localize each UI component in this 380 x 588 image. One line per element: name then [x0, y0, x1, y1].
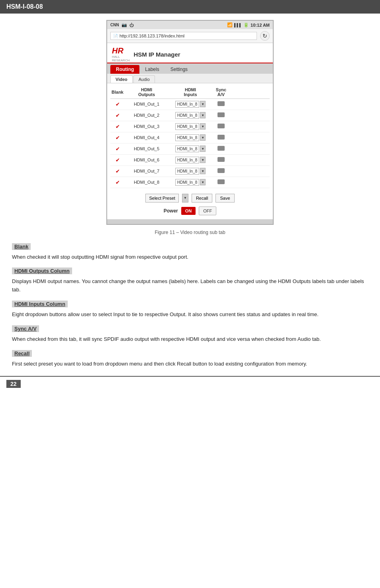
- subtab-video[interactable]: Video: [110, 75, 133, 83]
- signal-bars-icon: ▌▌▌: [234, 23, 242, 27]
- output-name-7: HDMI_Out_7: [125, 169, 168, 173]
- app-logo: HR HALL RESEARCH HSM IP Manager: [112, 46, 180, 63]
- dropdown-arrow-5[interactable]: ▼: [200, 146, 206, 152]
- tab-settings[interactable]: Settings: [165, 65, 193, 74]
- section-hdmi-inputs-text: Eight dropdown buttons allow user to sel…: [12, 311, 368, 319]
- reload-icon: ↻: [262, 33, 267, 39]
- dropdown-arrow-4[interactable]: ▼: [200, 134, 206, 141]
- dropdown-arrow-1[interactable]: ▼: [200, 101, 206, 107]
- table-row: ✔ HDMI_Out_2 HDMI_In_8 ▼: [110, 110, 270, 121]
- input-name-5: HDMI_In_8: [175, 146, 200, 152]
- input-name-2: HDMI_In_8: [175, 112, 200, 119]
- select-preset-button[interactable]: Select Preset: [145, 194, 178, 203]
- input-select-7[interactable]: HDMI_In_8 ▼: [168, 168, 212, 175]
- table-row: ✔ HDMI_Out_7 HDMI_In_8 ▼: [110, 166, 270, 177]
- table-row: ✔ HDMI_Out_3 HDMI_In_8 ▼: [110, 121, 270, 132]
- dropdown-arrow-6[interactable]: ▼: [200, 157, 206, 163]
- section-hdmi-outputs: HDMI Outputs Column Displays HDMI output…: [0, 267, 380, 294]
- table-row: ✔ HDMI_Out_8 HDMI_In_8 ▼: [110, 177, 270, 188]
- blank-checkbox-5[interactable]: ✔: [110, 146, 125, 152]
- power-label: Power: [164, 208, 178, 214]
- figure-caption: Figure 11 – Video routing sub tab: [0, 230, 380, 235]
- url-text: http://192.168.123.178/index.html: [119, 33, 184, 38]
- table-row: ✔ HDMI_Out_6 HDMI_In_8 ▼: [110, 155, 270, 166]
- output-name-8: HDMI_Out_8: [125, 180, 168, 185]
- preset-bar: Select Preset ▼ Recall Save: [107, 191, 273, 204]
- sync-btn-6[interactable]: [212, 157, 230, 163]
- col-hdmi-outputs: HDMIOutputs: [125, 87, 168, 97]
- logo-line2: RESEARCH: [112, 59, 129, 63]
- section-sync-av: Sync A/V When checked from this tab, it …: [0, 325, 380, 344]
- dropdown-arrow-8[interactable]: ▼: [200, 179, 206, 185]
- input-select-6[interactable]: HDMI_In_8 ▼: [168, 157, 212, 163]
- app-title: HSM IP Manager: [133, 51, 180, 58]
- input-select-3[interactable]: HDMI_In_8 ▼: [168, 123, 212, 130]
- input-name-6: HDMI_In_8: [175, 157, 200, 163]
- sync-icon-3: [217, 124, 225, 128]
- page-header: HSM-I-08-08: [0, 0, 380, 14]
- section-blank: Blank When checked it will stop outputti…: [0, 243, 380, 262]
- blank-checkbox-6[interactable]: ✔: [110, 157, 125, 163]
- section-blank-text: When checked it will stop outputting HDM…: [12, 253, 368, 262]
- output-name-6: HDMI_Out_6: [125, 157, 168, 162]
- recall-button[interactable]: Recall: [192, 194, 213, 203]
- sync-btn-7[interactable]: [212, 168, 230, 174]
- output-name-4: HDMI_Out_4: [125, 135, 168, 140]
- sync-btn-4[interactable]: [212, 135, 230, 140]
- input-select-5[interactable]: HDMI_In_8 ▼: [168, 146, 212, 152]
- tab-labels[interactable]: Labels: [139, 65, 165, 74]
- subtab-audio[interactable]: Audio: [133, 75, 155, 83]
- preset-dropdown-arrow[interactable]: ▼: [182, 194, 188, 203]
- sync-btn-2[interactable]: [212, 112, 230, 118]
- section-sync-av-text: When checked from this tab, it will sync…: [12, 335, 368, 344]
- time-display: 10:12 AM: [251, 23, 270, 28]
- power-on-button[interactable]: ON: [181, 207, 196, 215]
- blank-checkbox-3[interactable]: ✔: [110, 124, 125, 130]
- power-icon: ⏻: [129, 23, 134, 28]
- blank-checkbox-8[interactable]: ✔: [110, 179, 125, 185]
- blank-checkbox-2[interactable]: ✔: [110, 112, 125, 118]
- section-recall: Recall First select preset you want to l…: [0, 350, 380, 368]
- input-select-1[interactable]: HDMI_In_8 ▼: [168, 101, 212, 108]
- routing-table: Blank HDMIOutputs HDMIInputs SyncA/V ✔ H…: [107, 83, 273, 191]
- section-hdmi-inputs-heading: HDMI Inputs Column: [12, 301, 68, 307]
- sync-btn-1[interactable]: [212, 101, 230, 107]
- sync-icon-2: [217, 112, 225, 117]
- section-blank-heading: Blank: [12, 243, 31, 250]
- output-name-1: HDMI_Out_1: [125, 102, 168, 106]
- save-button[interactable]: Save: [215, 194, 234, 203]
- dropdown-arrow-3[interactable]: ▼: [200, 123, 206, 130]
- url-bar: 📄 http://192.168.123.178/index.html ↻: [107, 29, 273, 43]
- blank-checkbox-4[interactable]: ✔: [110, 135, 125, 141]
- input-name-4: HDMI_In_8: [175, 134, 200, 141]
- dropdown-arrow-2[interactable]: ▼: [200, 112, 206, 118]
- tab-routing[interactable]: Routing: [110, 65, 139, 74]
- sync-icon-7: [217, 168, 225, 173]
- sync-icon-8: [217, 179, 225, 184]
- section-hdmi-outputs-heading: HDMI Outputs Column: [12, 267, 72, 274]
- sync-btn-3[interactable]: [212, 124, 230, 129]
- input-select-2[interactable]: HDMI_In_8 ▼: [168, 112, 212, 119]
- table-row: ✔ HDMI_Out_4 HDMI_In_8 ▼: [110, 132, 270, 144]
- bottom-gray-bar: [107, 219, 273, 224]
- url-input[interactable]: 📄 http://192.168.123.178/index.html: [110, 32, 257, 40]
- blank-checkbox-7[interactable]: ✔: [110, 168, 125, 174]
- sync-btn-8[interactable]: [212, 179, 230, 185]
- blank-checkbox-1[interactable]: ✔: [110, 101, 125, 107]
- routing-table-header: Blank HDMIOutputs HDMIInputs SyncA/V: [110, 86, 270, 99]
- sync-btn-5[interactable]: [212, 146, 230, 151]
- sync-icon-4: [217, 135, 225, 140]
- wifi-icon: 📶: [227, 22, 233, 28]
- input-select-4[interactable]: HDMI_In_8 ▼: [168, 134, 212, 141]
- page-header-title: HSM-I-08-08: [6, 3, 43, 10]
- page-icon: 📄: [113, 34, 118, 38]
- output-name-5: HDMI_Out_5: [125, 146, 168, 151]
- input-select-8[interactable]: HDMI_In_8 ▼: [168, 179, 212, 186]
- sync-icon-1: [217, 101, 225, 106]
- logo-hr: HR HALL RESEARCH: [112, 46, 129, 63]
- reload-button[interactable]: ↻: [260, 31, 270, 41]
- power-off-button[interactable]: OFF: [199, 206, 216, 215]
- app-header: HR HALL RESEARCH HSM IP Manager: [107, 43, 273, 63]
- dropdown-arrow-7[interactable]: ▼: [200, 168, 206, 174]
- col-blank: Blank: [110, 90, 125, 94]
